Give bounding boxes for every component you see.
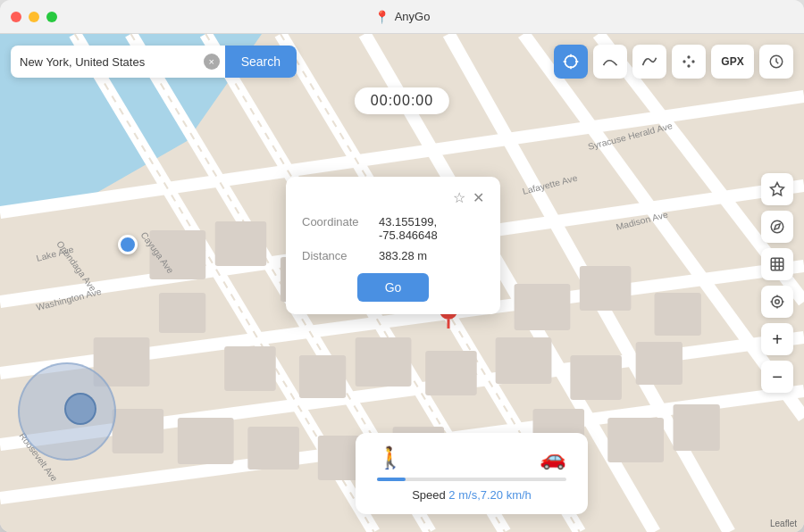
svg-rect-33 bbox=[570, 355, 622, 400]
top-bar: × Search bbox=[11, 45, 793, 79]
svg-point-61 bbox=[687, 64, 690, 67]
car-icon: 🚗 bbox=[540, 445, 566, 470]
title-text: AnyGo bbox=[395, 10, 431, 23]
layers-sidebar-button[interactable] bbox=[761, 248, 793, 280]
coordinate-value: 43.155199, -75.846648 bbox=[379, 215, 484, 242]
svg-rect-44 bbox=[673, 404, 719, 451]
svg-rect-19 bbox=[215, 221, 267, 266]
right-sidebar: + − bbox=[761, 173, 793, 393]
app-window: 📍 AnyGo bbox=[0, 0, 804, 532]
svg-point-53 bbox=[565, 55, 576, 67]
leaflet-label: Leaflet bbox=[770, 519, 797, 528]
svg-rect-32 bbox=[496, 337, 552, 384]
svg-rect-31 bbox=[425, 351, 477, 395]
svg-rect-27 bbox=[655, 293, 701, 336]
svg-rect-30 bbox=[356, 337, 412, 387]
joystick-handle[interactable] bbox=[64, 393, 96, 425]
walk-icon: 🚶 bbox=[377, 445, 404, 470]
svg-rect-29 bbox=[299, 355, 346, 398]
traffic-lights bbox=[11, 12, 57, 22]
svg-rect-26 bbox=[580, 266, 632, 311]
map-container[interactable]: Onondaga Ave Cayuga Ave Lake Ave Lafayet… bbox=[0, 34, 804, 532]
popup-close-button[interactable]: ✕ bbox=[473, 189, 484, 206]
compass-sidebar-button[interactable] bbox=[761, 211, 793, 243]
close-button[interactable] bbox=[11, 12, 21, 22]
speed-text: Speed 2 m/s,7.20 km/h bbox=[377, 488, 566, 502]
svg-point-60 bbox=[691, 60, 694, 62]
distance-value: 383.28 m bbox=[379, 249, 427, 262]
svg-marker-68 bbox=[775, 224, 780, 229]
speed-panel: 🚶 🚗 Speed 2 m/s,7.20 km/h bbox=[356, 433, 588, 514]
zoom-out-button[interactable]: − bbox=[761, 361, 793, 393]
svg-point-75 bbox=[772, 296, 783, 307]
minimize-button[interactable] bbox=[29, 12, 39, 22]
speed-slider-fill bbox=[377, 478, 406, 481]
svg-rect-37 bbox=[178, 418, 234, 464]
svg-rect-69 bbox=[771, 258, 783, 270]
location-pin-icon: 📍 bbox=[374, 10, 389, 24]
svg-point-67 bbox=[771, 220, 783, 233]
svg-rect-28 bbox=[224, 346, 276, 391]
favorites-sidebar-button[interactable] bbox=[761, 173, 793, 205]
locate-sidebar-button[interactable] bbox=[761, 286, 793, 318]
location-marker[interactable] bbox=[118, 235, 138, 254]
timer-value: 00:00:00 bbox=[371, 93, 433, 108]
coordinate-label: Coordinate bbox=[302, 215, 364, 242]
svg-rect-34 bbox=[636, 342, 683, 385]
svg-marker-66 bbox=[771, 183, 784, 195]
crosshair-mode-button[interactable] bbox=[554, 45, 588, 79]
popup-coordinate-row: Coordinate 43.155199, -75.846648 bbox=[302, 215, 484, 242]
history-button[interactable] bbox=[759, 45, 793, 79]
popup-favorite-button[interactable]: ☆ bbox=[453, 189, 465, 206]
search-button[interactable]: Search bbox=[225, 46, 297, 78]
svg-point-74 bbox=[775, 300, 780, 304]
curve-mode-button[interactable] bbox=[593, 45, 627, 79]
info-popup: ☆ ✕ Coordinate 43.155199, -75.846648 Dis… bbox=[286, 177, 500, 314]
joystick[interactable] bbox=[18, 362, 116, 461]
svg-rect-36 bbox=[113, 409, 164, 453]
multi-point-button[interactable] bbox=[672, 45, 706, 79]
svg-rect-20 bbox=[159, 293, 205, 333]
svg-rect-38 bbox=[247, 427, 299, 470]
svg-rect-25 bbox=[515, 284, 571, 330]
multi-route-button[interactable] bbox=[632, 45, 666, 79]
speed-value: 2 m/s,7.20 km/h bbox=[448, 488, 531, 502]
gpx-button[interactable]: gpx bbox=[711, 45, 754, 79]
popup-header: ☆ ✕ bbox=[302, 189, 484, 206]
leaflet-badge: Leaflet bbox=[770, 519, 797, 528]
distance-label: Distance bbox=[302, 249, 364, 262]
toolbar-right: gpx bbox=[554, 45, 793, 79]
search-area: × Search bbox=[11, 46, 297, 78]
search-input[interactable] bbox=[11, 55, 204, 69]
maximize-button[interactable] bbox=[46, 12, 57, 22]
svg-point-59 bbox=[687, 55, 690, 58]
search-clear-button[interactable]: × bbox=[204, 54, 220, 70]
timer-badge: 00:00:00 bbox=[355, 87, 449, 114]
speed-label: Speed bbox=[412, 488, 446, 502]
zoom-in-button[interactable]: + bbox=[761, 323, 793, 355]
titlebar: 📍 AnyGo bbox=[0, 0, 804, 34]
svg-point-58 bbox=[683, 60, 685, 62]
speed-icons-row: 🚶 🚗 bbox=[377, 445, 566, 470]
go-button[interactable]: Go bbox=[357, 273, 429, 302]
speed-slider-track[interactable] bbox=[377, 478, 566, 481]
popup-distance-row: Distance 383.28 m bbox=[302, 249, 484, 262]
svg-rect-43 bbox=[607, 418, 664, 462]
app-title: 📍 AnyGo bbox=[374, 10, 431, 24]
